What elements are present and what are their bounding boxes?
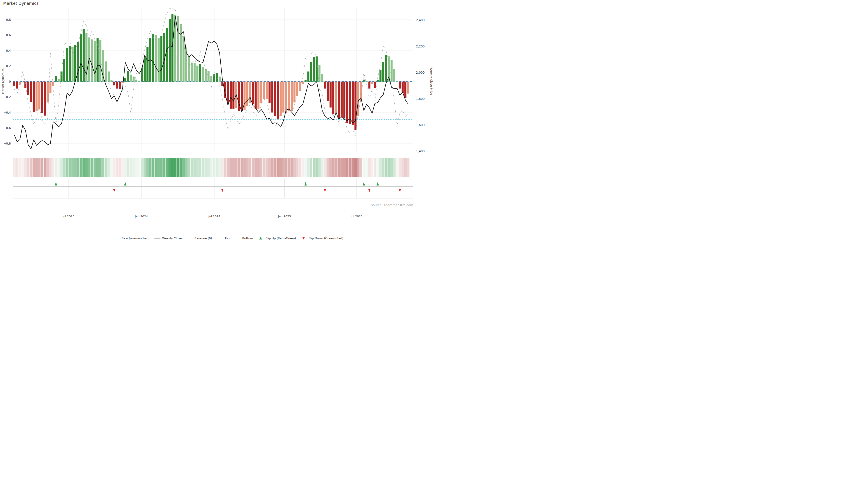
oscillator-bar bbox=[52, 82, 54, 86]
oscillator-bar bbox=[305, 80, 307, 82]
heatmap-cell bbox=[338, 158, 340, 177]
legend-item-label: Weekly Close bbox=[162, 236, 182, 240]
heatmap-cell bbox=[88, 158, 90, 177]
oscillator-bar bbox=[147, 47, 149, 82]
heatmap-cell bbox=[129, 158, 132, 177]
oscillator-bar bbox=[124, 78, 126, 82]
heatmap-cell bbox=[399, 158, 401, 177]
legend-line-icon bbox=[186, 236, 193, 240]
oscillator-bar bbox=[210, 76, 212, 82]
heatmap-cell bbox=[71, 158, 74, 177]
heatmap-cell bbox=[246, 158, 249, 177]
heatmap-cell bbox=[279, 158, 282, 177]
right-tick-label: 1,400 bbox=[416, 149, 425, 153]
oscillator-bar bbox=[352, 82, 354, 125]
oscillator-bar bbox=[385, 55, 387, 82]
oscillator-bar bbox=[396, 81, 398, 82]
heatmap-cell bbox=[99, 158, 101, 177]
heatmap-cell bbox=[371, 158, 373, 177]
legend-item-label: Baseline (0) bbox=[194, 236, 212, 240]
oscillator-bar bbox=[293, 82, 296, 102]
oscillator-bar bbox=[291, 82, 293, 111]
heatmap-cell bbox=[210, 158, 213, 177]
heatmap-cell bbox=[329, 158, 332, 177]
oscillator-bar bbox=[407, 82, 409, 94]
oscillator-bar bbox=[113, 82, 115, 86]
heatmap-cell bbox=[221, 158, 223, 177]
oscillator-bar bbox=[393, 69, 395, 82]
heatmap-cell bbox=[374, 158, 376, 177]
oscillator-bar bbox=[366, 81, 368, 82]
heatmap-cell bbox=[168, 158, 171, 177]
heatmap-cell bbox=[229, 158, 232, 177]
oscillator-bar bbox=[30, 82, 32, 102]
heatmap-cell bbox=[149, 158, 151, 177]
legend-item-bottom: Bottom bbox=[234, 236, 253, 240]
oscillator-bar bbox=[310, 62, 312, 82]
heatmap-cell bbox=[288, 158, 290, 177]
heatmap-cell bbox=[266, 158, 268, 177]
legend-item-baseline: Baseline (0) bbox=[186, 236, 212, 240]
heatmap-cell bbox=[80, 158, 82, 177]
legend-item-close: Weekly Close bbox=[154, 236, 182, 240]
heatmap-cell bbox=[318, 158, 321, 177]
oscillator-bar bbox=[246, 82, 248, 106]
left-tick-label: 0.4 bbox=[6, 49, 11, 53]
flip-down-icon bbox=[324, 189, 326, 192]
heatmap-cell bbox=[293, 158, 296, 177]
oscillator-bar bbox=[343, 82, 345, 118]
heatmap-cell bbox=[343, 158, 346, 177]
market-dynamics-chart-page: Market Dynamics Market Dynamics Weekly C… bbox=[0, 0, 434, 244]
oscillator-bar bbox=[321, 74, 323, 82]
oscillator-bar bbox=[116, 82, 118, 89]
oscillator-bar bbox=[227, 82, 229, 103]
heatmap-cell bbox=[349, 158, 351, 177]
heatmap-cell bbox=[376, 158, 379, 177]
heatmap-cell bbox=[22, 158, 24, 177]
heatmap-cell bbox=[196, 158, 199, 177]
heatmap-cell bbox=[393, 158, 396, 177]
oscillator-bar bbox=[133, 76, 135, 82]
oscillator-bar bbox=[368, 82, 370, 89]
oscillator-bar bbox=[144, 58, 146, 82]
oscillator-bar bbox=[330, 82, 332, 107]
oscillator-bar bbox=[277, 82, 279, 119]
oscillator-bar bbox=[205, 69, 207, 82]
heatmap-cell bbox=[216, 158, 218, 177]
oscillator-bar bbox=[188, 56, 190, 82]
oscillator-bar bbox=[50, 82, 52, 93]
oscillator-bar bbox=[374, 82, 376, 88]
oscillator-bar bbox=[38, 82, 40, 109]
flip-down-icon bbox=[368, 189, 371, 192]
heatmap-cell bbox=[38, 158, 40, 177]
heatmap-cell bbox=[363, 158, 365, 177]
heatmap-cell bbox=[135, 158, 138, 177]
oscillator-bar bbox=[152, 34, 154, 82]
heatmap-cell bbox=[307, 158, 310, 177]
heatmap-cell bbox=[41, 158, 43, 177]
heatmap-cell bbox=[24, 158, 27, 177]
heatmap-cell bbox=[379, 158, 382, 177]
heatmap-cell bbox=[313, 158, 315, 177]
oscillator-bar bbox=[288, 82, 290, 111]
heatmap-cell bbox=[163, 158, 165, 177]
heatmap-cell bbox=[401, 158, 404, 177]
heatmap-cell bbox=[96, 158, 99, 177]
oscillator-bar bbox=[202, 67, 204, 82]
heatmap-cell bbox=[27, 158, 29, 177]
heatmap-cell bbox=[382, 158, 384, 177]
heatmap-cell bbox=[235, 158, 238, 177]
heatmap-cell bbox=[327, 158, 329, 177]
heatmap-cell bbox=[260, 158, 262, 177]
x-tick-label: Jan 2025 bbox=[278, 215, 291, 218]
oscillator-bar bbox=[335, 82, 337, 113]
legend-line-icon bbox=[154, 236, 161, 240]
heatmap-cell bbox=[254, 158, 257, 177]
heatmap-cell bbox=[19, 158, 21, 177]
legend-line-icon bbox=[113, 236, 120, 240]
heatmap-cell bbox=[335, 158, 337, 177]
heatmap-cell bbox=[180, 158, 182, 177]
oscillator-bar bbox=[105, 61, 107, 82]
heatmap-cell bbox=[257, 158, 260, 177]
oscillator-bar bbox=[371, 82, 373, 84]
